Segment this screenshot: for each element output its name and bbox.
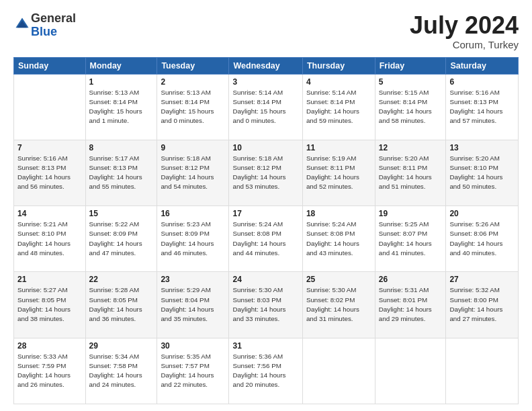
day-info: Sunrise: 5:24 AM Sunset: 8:08 PM Dayligh…	[232, 220, 298, 258]
col-friday: Friday	[375, 57, 446, 74]
day-number: 15	[89, 209, 154, 218]
calendar-cell: 15Sunrise: 5:22 AM Sunset: 8:09 PM Dayli…	[85, 206, 157, 272]
day-number: 19	[379, 209, 443, 218]
calendar-cell	[446, 338, 519, 404]
logo-blue: Blue	[31, 25, 57, 38]
day-number: 4	[306, 77, 371, 87]
title-location: Corum, Turkey	[410, 39, 519, 50]
logo-text: General Blue	[31, 12, 76, 39]
calendar-cell: 2Sunrise: 5:13 AM Sunset: 8:14 PM Daylig…	[157, 74, 229, 140]
calendar-cell: 11Sunrise: 5:19 AM Sunset: 8:11 PM Dayli…	[302, 140, 375, 205]
calendar-cell: 14Sunrise: 5:21 AM Sunset: 8:10 PM Dayli…	[14, 206, 86, 272]
calendar-cell: 28Sunrise: 5:33 AM Sunset: 7:59 PM Dayli…	[14, 338, 86, 404]
day-number: 31	[232, 341, 298, 351]
day-number: 11	[306, 143, 371, 152]
day-info: Sunrise: 5:25 AM Sunset: 8:07 PM Dayligh…	[379, 220, 443, 258]
day-info: Sunrise: 5:31 AM Sunset: 8:01 PM Dayligh…	[379, 285, 443, 324]
calendar-cell: 7Sunrise: 5:16 AM Sunset: 8:13 PM Daylig…	[14, 140, 86, 205]
calendar-cell: 27Sunrise: 5:32 AM Sunset: 8:00 PM Dayli…	[446, 272, 519, 338]
day-info: Sunrise: 5:15 AM Sunset: 8:14 PM Dayligh…	[379, 88, 443, 126]
day-info: Sunrise: 5:18 AM Sunset: 8:12 PM Dayligh…	[232, 154, 298, 192]
day-number: 16	[161, 209, 225, 218]
calendar-cell: 21Sunrise: 5:27 AM Sunset: 8:05 PM Dayli…	[14, 272, 86, 338]
day-info: Sunrise: 5:35 AM Sunset: 7:57 PM Dayligh…	[161, 352, 225, 390]
day-info: Sunrise: 5:32 AM Sunset: 8:00 PM Dayligh…	[449, 285, 515, 324]
calendar-cell	[14, 74, 86, 140]
day-info: Sunrise: 5:16 AM Sunset: 8:13 PM Dayligh…	[17, 154, 82, 192]
header: General Blue July 2024 Corum, Turkey	[13, 12, 519, 50]
day-info: Sunrise: 5:19 AM Sunset: 8:11 PM Dayligh…	[306, 154, 371, 192]
logo: General Blue	[13, 12, 76, 39]
day-number: 23	[161, 275, 225, 284]
calendar-cell: 10Sunrise: 5:18 AM Sunset: 8:12 PM Dayli…	[229, 140, 302, 205]
calendar-cell: 26Sunrise: 5:31 AM Sunset: 8:01 PM Dayli…	[375, 272, 446, 338]
day-number: 21	[17, 275, 82, 284]
logo-icon	[15, 17, 30, 32]
calendar-cell: 1Sunrise: 5:13 AM Sunset: 8:14 PM Daylig…	[85, 74, 157, 140]
calendar-cell: 13Sunrise: 5:20 AM Sunset: 8:10 PM Dayli…	[446, 140, 519, 205]
calendar-cell	[375, 338, 446, 404]
day-number: 1	[89, 77, 154, 87]
day-number: 7	[17, 143, 82, 152]
calendar-table: Sunday Monday Tuesday Wednesday Thursday…	[13, 57, 519, 404]
logo-general: General	[31, 11, 76, 25]
col-sunday: Sunday	[14, 57, 86, 74]
day-info: Sunrise: 5:29 AM Sunset: 8:04 PM Dayligh…	[161, 285, 225, 324]
day-number: 24	[232, 275, 298, 284]
day-info: Sunrise: 5:17 AM Sunset: 8:13 PM Dayligh…	[89, 154, 154, 192]
day-info: Sunrise: 5:13 AM Sunset: 8:14 PM Dayligh…	[161, 88, 225, 126]
calendar-cell: 19Sunrise: 5:25 AM Sunset: 8:07 PM Dayli…	[375, 206, 446, 272]
page: General Blue July 2024 Corum, Turkey Sun…	[0, 0, 532, 411]
calendar-cell: 18Sunrise: 5:24 AM Sunset: 8:08 PM Dayli…	[302, 206, 375, 272]
calendar-cell: 25Sunrise: 5:30 AM Sunset: 8:02 PM Dayli…	[302, 272, 375, 338]
calendar-week-2: 7Sunrise: 5:16 AM Sunset: 8:13 PM Daylig…	[14, 140, 519, 205]
day-number: 5	[379, 77, 443, 87]
calendar-cell: 9Sunrise: 5:18 AM Sunset: 8:12 PM Daylig…	[157, 140, 229, 205]
day-info: Sunrise: 5:27 AM Sunset: 8:05 PM Dayligh…	[17, 285, 82, 324]
col-tuesday: Tuesday	[157, 57, 229, 74]
col-wednesday: Wednesday	[229, 57, 302, 74]
day-number: 22	[89, 275, 154, 284]
day-info: Sunrise: 5:24 AM Sunset: 8:08 PM Dayligh…	[306, 220, 371, 258]
day-number: 18	[306, 209, 371, 218]
day-number: 25	[306, 275, 371, 284]
day-number: 20	[449, 209, 515, 218]
calendar-cell: 3Sunrise: 5:14 AM Sunset: 8:14 PM Daylig…	[229, 74, 302, 140]
calendar-week-4: 21Sunrise: 5:27 AM Sunset: 8:05 PM Dayli…	[14, 272, 519, 338]
title-month: July 2024	[410, 12, 519, 39]
calendar-cell: 24Sunrise: 5:30 AM Sunset: 8:03 PM Dayli…	[229, 272, 302, 338]
day-info: Sunrise: 5:20 AM Sunset: 8:10 PM Dayligh…	[449, 154, 515, 192]
day-number: 9	[161, 143, 225, 152]
col-thursday: Thursday	[302, 57, 375, 74]
calendar-week-5: 28Sunrise: 5:33 AM Sunset: 7:59 PM Dayli…	[14, 338, 519, 404]
day-info: Sunrise: 5:33 AM Sunset: 7:59 PM Dayligh…	[17, 352, 82, 390]
day-number: 14	[17, 209, 82, 218]
day-number: 8	[89, 143, 154, 152]
calendar-cell: 4Sunrise: 5:14 AM Sunset: 8:14 PM Daylig…	[302, 74, 375, 140]
calendar-cell: 29Sunrise: 5:34 AM Sunset: 7:58 PM Dayli…	[85, 338, 157, 404]
calendar-week-1: 1Sunrise: 5:13 AM Sunset: 8:14 PM Daylig…	[14, 74, 519, 140]
day-info: Sunrise: 5:23 AM Sunset: 8:09 PM Dayligh…	[161, 220, 225, 258]
calendar-cell: 16Sunrise: 5:23 AM Sunset: 8:09 PM Dayli…	[157, 206, 229, 272]
calendar-cell: 12Sunrise: 5:20 AM Sunset: 8:11 PM Dayli…	[375, 140, 446, 205]
day-info: Sunrise: 5:21 AM Sunset: 8:10 PM Dayligh…	[17, 220, 82, 258]
day-info: Sunrise: 5:18 AM Sunset: 8:12 PM Dayligh…	[161, 154, 225, 192]
calendar-cell: 23Sunrise: 5:29 AM Sunset: 8:04 PM Dayli…	[157, 272, 229, 338]
day-number: 6	[449, 77, 515, 87]
day-number: 12	[379, 143, 443, 152]
calendar-cell: 30Sunrise: 5:35 AM Sunset: 7:57 PM Dayli…	[157, 338, 229, 404]
day-info: Sunrise: 5:22 AM Sunset: 8:09 PM Dayligh…	[89, 220, 154, 258]
day-info: Sunrise: 5:13 AM Sunset: 8:14 PM Dayligh…	[89, 88, 154, 126]
calendar-cell: 31Sunrise: 5:36 AM Sunset: 7:56 PM Dayli…	[229, 338, 302, 404]
col-saturday: Saturday	[446, 57, 519, 74]
day-number: 13	[449, 143, 515, 152]
title-block: July 2024 Corum, Turkey	[410, 12, 519, 50]
calendar-cell: 17Sunrise: 5:24 AM Sunset: 8:08 PM Dayli…	[229, 206, 302, 272]
day-info: Sunrise: 5:30 AM Sunset: 8:03 PM Dayligh…	[232, 285, 298, 324]
day-number: 17	[232, 209, 298, 218]
day-number: 26	[379, 275, 443, 284]
calendar-cell: 6Sunrise: 5:16 AM Sunset: 8:13 PM Daylig…	[446, 74, 519, 140]
day-info: Sunrise: 5:36 AM Sunset: 7:56 PM Dayligh…	[232, 352, 298, 390]
day-info: Sunrise: 5:28 AM Sunset: 8:05 PM Dayligh…	[89, 285, 154, 324]
day-number: 10	[232, 143, 298, 152]
